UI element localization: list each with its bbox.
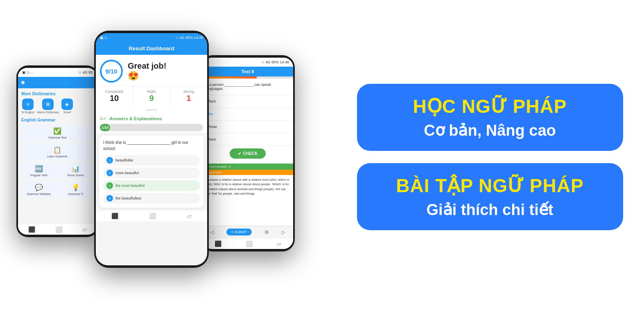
option-3[interactable]: 3 the most beautiful	[103, 180, 200, 191]
grammar-learn-icon: 📋	[53, 146, 61, 154]
option-4[interactable]: 4 the beautifullest	[103, 193, 200, 204]
nav-home-icon[interactable]: ⬜	[55, 226, 62, 233]
grammar-test-icon: ✅	[53, 127, 61, 135]
submit-label: SUBMIT	[235, 230, 247, 234]
status-bar-center: ▣ ▷ ☆ 4G 95% 14:48	[96, 33, 207, 42]
dict-item-smart[interactable]: ◈ Smart	[61, 99, 73, 114]
correct-answer-bar: correct answer: 2	[202, 164, 293, 170]
nav-home-right[interactable]: ⬜	[246, 240, 253, 247]
right-section: HỌC NGỮ PHÁP Cơ bản, Nâng cao BÀI TẬP NG…	[336, 0, 644, 314]
dot1	[21, 81, 25, 84]
english-grammar-title: English Grammar	[21, 118, 93, 122]
more-dict-section: More Dictionaries ≡ To English ⊞ Idioms …	[18, 88, 97, 224]
check-btn-container: ✔ CHECK	[202, 148, 293, 161]
option-num-3: 3	[106, 182, 113, 189]
toolbar-gear-icon[interactable]: ⚙	[264, 229, 269, 235]
explanation-bar: Explanation	[202, 170, 293, 175]
great-job-area: Great job! 😍	[128, 61, 166, 81]
check-button[interactable]: ✔ CHECK	[230, 148, 266, 159]
great-job-text: Great job!	[128, 61, 166, 71]
nav-recent-center[interactable]: ▱	[187, 213, 192, 219]
blue-bar-left	[18, 77, 97, 88]
nav-recent-right[interactable]: ▱	[277, 240, 281, 247]
grammar-grid: ✅ Grammar Test 📋 Learn Grammar 🔤 Irregul…	[21, 125, 93, 198]
test-option-who[interactable]: who	[202, 108, 293, 121]
card1-subtitle: Cơ bản, Nâng cao	[424, 121, 556, 139]
phone-center: ▣ ▷ ☆ 4G 95% 14:48 Result Dashboard 9/10…	[94, 31, 209, 268]
option-text-1: beautifuller	[115, 158, 133, 162]
grammar-irregular-label: Irregular Verb	[30, 174, 47, 177]
stats-row: Completed 10 Right 9 Wrong 1	[96, 86, 207, 106]
dict-label-smart: Smart	[63, 111, 71, 114]
status-bar-right: ... ☆ 4G 95% 14:48	[202, 58, 293, 67]
grammar-test-label: Grammar Test	[48, 136, 66, 139]
stat-wrong-label: Wrong	[172, 90, 206, 94]
grammar-item-tense[interactable]: 📊 Tense Summ.	[59, 162, 94, 179]
result-score-area: 9/10 Great job! 😍	[96, 55, 207, 86]
grammar-item-tips[interactable]: 💡 Grammar Ti.	[59, 181, 94, 198]
grammar-tips-label: Grammar Ti.	[68, 193, 84, 195]
option-num-1: 1	[106, 157, 113, 164]
option-2[interactable]: 2 more beautiful	[103, 168, 200, 178]
dict-icon-smart: ◈	[61, 99, 73, 110]
answers-header: ≡✓ Answers & Explanations	[96, 113, 207, 124]
card2-title: BÀI TẬP NGỮ PHÁP	[396, 175, 583, 197]
dots-row: • • • • •	[96, 106, 207, 113]
dict-icons-row: ≡ To English ⊞ Idioms Dictionary ◈ Smart	[21, 99, 93, 114]
option-num-2: 2	[106, 170, 113, 176]
card-bai-tap[interactable]: BÀI TẬP NGỮ PHÁP Giải thích chi tiết	[357, 163, 623, 230]
nav-home-center[interactable]: ⬜	[149, 213, 156, 219]
great-emoji: 😍	[128, 71, 166, 81]
dict-label-idioms: Idioms Dictionary	[37, 111, 59, 114]
option-1[interactable]: 1 beautifuller	[103, 155, 200, 166]
progress-bar-fill: 1/10	[100, 124, 110, 131]
answers-title: Answers & Explanations	[109, 116, 162, 121]
stat-right: Right 9	[133, 86, 170, 106]
toolbar-next-icon[interactable]: ▷	[282, 229, 285, 235]
toolbar-back-icon[interactable]: ◁	[210, 229, 214, 235]
stat-completed-label: Completed	[97, 90, 131, 94]
grammar-item-irregular[interactable]: 🔤 Irregular Verb	[21, 162, 56, 179]
grammar-mistakes-icon: 💬	[35, 184, 43, 191]
check-icon: ✔	[238, 151, 241, 156]
bottom-nav-left: ⬛ ⬜ ▱	[18, 224, 97, 235]
grammar-item-mistakes[interactable]: 💬 Grammar Mistakes	[21, 181, 56, 198]
nav-back-icon[interactable]: ⬛	[28, 226, 35, 233]
explanation-title-rest: xplanation	[208, 170, 222, 174]
grammar-item-learn[interactable]: 📋 Learn Grammar	[21, 144, 93, 160]
grammar-irregular-icon: 🔤	[35, 165, 43, 173]
check-label: CHECK	[243, 151, 258, 156]
grammar-item-test[interactable]: ✅ Grammar Test	[21, 125, 93, 141]
test-question: is a person ______________ can speak lan…	[202, 78, 293, 95]
phone-right: ... ☆ 4G 95% 14:48 Test 8 is a person __…	[201, 55, 295, 251]
test-option-whom[interactable]: whom	[202, 133, 293, 146]
card-hoc-ngu-phap[interactable]: HỌC NGỮ PHÁP Cơ bản, Nâng cao	[357, 84, 623, 151]
phone-left: ▣ ▷ ... ☆ 4G 95 More Dictionaries ≡ To E…	[16, 65, 98, 237]
nav-recent-icon[interactable]: ▱	[82, 226, 87, 233]
nav-back-right[interactable]: ⬛	[215, 240, 221, 247]
grammar-tips-icon: 💡	[72, 184, 80, 191]
card2-subtitle: Giải thích chi tiết	[427, 201, 554, 219]
dict-label-to-english: To English	[21, 111, 34, 114]
submit-button[interactable]: ≡ SUBMIT	[226, 229, 252, 236]
stat-completed: Completed 10	[96, 86, 133, 106]
question-text-center: I think she is ___________________ girl …	[103, 139, 200, 152]
option-text-3: the most beautiful	[115, 184, 145, 188]
progress-label: 1/10	[102, 126, 109, 130]
progress-bar-bg: 1/10	[100, 124, 203, 131]
score-circle: 9/10	[100, 60, 123, 83]
bottom-toolbar-right: ◁ ≡ SUBMIT ⚙ ▷	[202, 226, 293, 238]
correct-answer-text: correct answer: 2	[206, 165, 230, 168]
center-app-header: Result Dashboard	[96, 42, 207, 55]
stat-wrong-value: 1	[172, 94, 206, 103]
option-num-4: 4	[106, 195, 113, 202]
option-text-4: the beautifullest	[115, 196, 141, 200]
submit-icon: ≡	[231, 230, 233, 234]
stat-right-label: Right	[135, 90, 168, 94]
nav-back-center[interactable]: ⬛	[111, 213, 118, 219]
test-option-which[interactable]: which	[202, 95, 293, 108]
dict-item-idioms[interactable]: ⊞ Idioms Dictionary	[37, 99, 59, 114]
dict-item-to-english[interactable]: ≡ To English	[21, 99, 34, 114]
phone-right-screen: ... ☆ 4G 95% 14:48 Test 8 is a person __…	[202, 58, 293, 249]
test-option-whose[interactable]: whose	[202, 121, 293, 133]
